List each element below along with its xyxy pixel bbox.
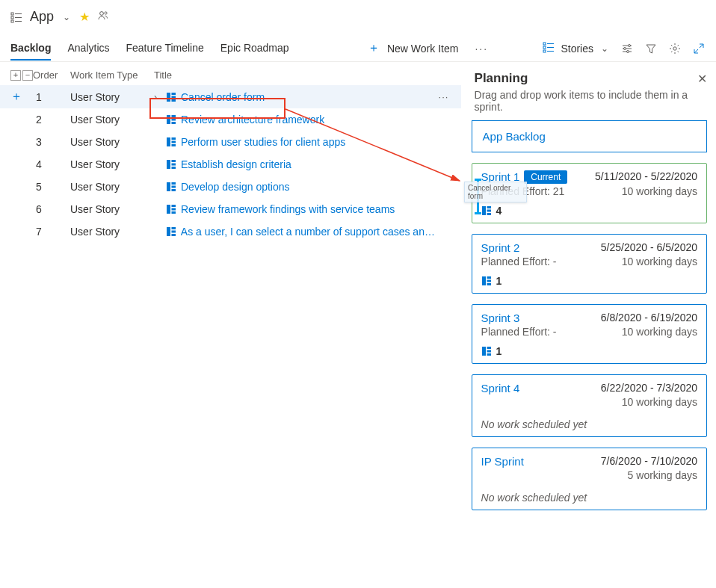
cell-order: 1 [33, 91, 70, 103]
col-header-order[interactable]: Order [33, 69, 70, 81]
expand-chevron-icon[interactable]: › [154, 92, 161, 102]
user-story-icon [166, 137, 176, 147]
svg-rect-31 [172, 141, 176, 143]
sprint-dates: 5/25/2020 - 6/5/2020 [601, 241, 697, 253]
more-options-icon[interactable]: ··· [469, 43, 494, 55]
svg-rect-29 [167, 137, 170, 146]
fullscreen-icon[interactable] [692, 43, 706, 55]
work-item-title-link[interactable]: As a user, I can select a number of supp… [181, 226, 439, 238]
sprint-card[interactable]: Sprint 1Current5/11/2020 - 5/22/2020Plan… [472, 163, 707, 223]
plus-icon: ＋ [368, 40, 380, 56]
add-child-button[interactable]: ＋ [10, 89, 33, 105]
tabs-toolbar: Backlog Analytics Feature Timeline Epic … [0, 35, 716, 62]
table-row[interactable]: 4User StoryEstablish design criteria [0, 153, 461, 176]
col-header-type[interactable]: Work Item Type [70, 69, 154, 81]
cell-type: User Story [70, 203, 154, 215]
svg-rect-42 [172, 205, 176, 207]
svg-point-20 [673, 46, 676, 49]
table-row[interactable]: 2User StoryReview architecture framework [0, 108, 461, 131]
svg-rect-53 [482, 276, 486, 285]
chevron-down-icon[interactable]: ⌄ [61, 12, 72, 22]
cell-title: As a user, I can select a number of supp… [154, 226, 439, 238]
sprint-effort: Planned Effort: 21 [481, 185, 565, 197]
sprint-working-days: 10 working days [622, 396, 697, 408]
view-selector-label: Stories [561, 43, 593, 55]
work-item-title-link[interactable]: Review framework findings with service t… [181, 203, 395, 215]
sprint-working-days: 10 working days [622, 326, 697, 338]
svg-rect-34 [172, 160, 176, 162]
sprint-card[interactable]: Sprint 36/8/2020 - 6/19/2020Planned Effo… [472, 304, 707, 364]
user-story-icon [166, 92, 176, 102]
sprint-working-days: 10 working days [622, 185, 697, 197]
cell-type: User Story [70, 158, 154, 170]
svg-rect-40 [172, 189, 176, 191]
tab-backlog[interactable]: Backlog [10, 36, 51, 61]
svg-rect-22 [172, 93, 176, 95]
gear-icon[interactable] [668, 43, 682, 55]
table-row[interactable]: 7User StoryAs a user, I can select a num… [0, 220, 461, 243]
work-item-title-link[interactable]: Develop design options [181, 181, 290, 193]
col-header-title[interactable]: Title [154, 69, 461, 81]
cell-type: User Story [70, 181, 154, 193]
sprint-name[interactable]: Sprint 3 [481, 312, 520, 324]
tab-epic-roadmap[interactable]: Epic Roadmap [220, 36, 289, 61]
svg-rect-8 [543, 43, 546, 45]
table-row[interactable]: ＋1User Story›Cancel order form··· [0, 85, 461, 108]
expand-collapse-controls: + − [10, 70, 33, 81]
svg-point-6 [100, 12, 104, 16]
expand-all-button[interactable]: + [10, 70, 21, 81]
sprint-working-days: 5 working days [628, 469, 697, 481]
sprint-name[interactable]: Sprint 4 [481, 382, 520, 394]
sprint-name[interactable]: IP Sprint [481, 455, 524, 468]
work-item-title-link[interactable]: Cancel order form [181, 91, 265, 103]
grid-header: + − Order Work Item Type Title [0, 66, 461, 85]
sprint-dates: 6/8/2020 - 6/19/2020 [601, 312, 697, 324]
svg-rect-50 [487, 206, 491, 208]
svg-rect-25 [167, 115, 170, 124]
user-story-icon [481, 205, 492, 216]
work-item-title-link[interactable]: Review architecture framework [181, 114, 324, 126]
user-story-icon [166, 226, 176, 237]
sprint-no-work-label: No work scheduled yet [481, 492, 697, 504]
svg-rect-30 [172, 137, 176, 140]
cell-order: 2 [33, 114, 70, 126]
grid-body: ＋1User Story›Cancel order form···2User S… [0, 85, 461, 243]
work-item-title-link[interactable]: Perform user studies for client apps [181, 136, 345, 148]
svg-rect-45 [167, 227, 170, 236]
filter-icon[interactable] [644, 43, 658, 55]
table-row[interactable]: 6User StoryReview framework findings wit… [0, 198, 461, 220]
sprint-card[interactable]: Sprint 25/25/2020 - 6/5/2020Planned Effo… [472, 234, 707, 294]
new-work-item-button[interactable]: ＋ New Work Item [368, 40, 458, 56]
view-options-icon[interactable] [620, 43, 634, 55]
row-more-icon[interactable]: ··· [439, 91, 461, 102]
svg-point-18 [623, 47, 626, 49]
favorite-star-icon[interactable]: ★ [79, 10, 90, 24]
tabs: Backlog Analytics Feature Timeline Epic … [10, 36, 289, 61]
close-icon[interactable]: ✕ [697, 72, 707, 86]
user-story-icon [166, 182, 176, 192]
svg-point-19 [626, 50, 629, 52]
sprint-name[interactable]: Sprint 1 [481, 170, 520, 183]
app-backlog-dropzone[interactable]: App Backlog [472, 120, 707, 152]
svg-rect-41 [167, 205, 170, 214]
sprint-card[interactable]: IP Sprint7/6/2020 - 7/10/20205 working d… [472, 448, 707, 510]
tab-feature-timeline[interactable]: Feature Timeline [126, 36, 204, 61]
view-selector[interactable]: Stories ⌄ [543, 41, 610, 55]
sprint-item-count: 4 [481, 205, 697, 217]
svg-rect-0 [11, 13, 13, 15]
sprints-list: Sprint 1Current5/11/2020 - 5/22/2020Plan… [469, 163, 710, 510]
collapse-all-button[interactable]: − [22, 70, 33, 81]
table-row[interactable]: 3User StoryPerform user studies for clie… [0, 131, 461, 153]
team-members-icon[interactable] [97, 10, 109, 24]
svg-rect-21 [167, 93, 170, 102]
sprint-name[interactable]: Sprint 2 [481, 241, 520, 254]
user-story-icon [166, 204, 176, 214]
app-title[interactable]: App [30, 9, 54, 25]
sprint-dates: 6/22/2020 - 7/3/2020 [601, 382, 697, 394]
tab-analytics[interactable]: Analytics [67, 36, 109, 61]
cell-type: User Story [70, 91, 154, 103]
sprint-card[interactable]: Sprint 46/22/2020 - 7/3/202010 working d… [472, 374, 707, 437]
table-row[interactable]: 5User StoryDevelop design options [0, 176, 461, 198]
svg-rect-27 [172, 119, 176, 121]
work-item-title-link[interactable]: Establish design criteria [181, 158, 291, 170]
